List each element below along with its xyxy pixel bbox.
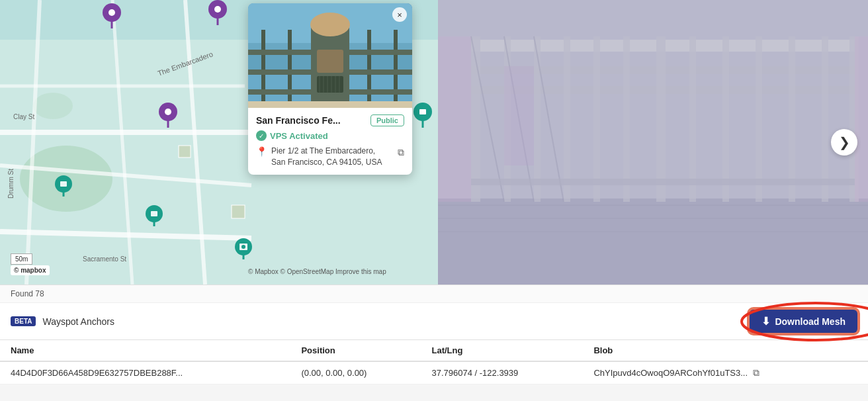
- vps-status-label: VPS Activated: [270, 131, 328, 141]
- popup-card: × San Francisco Fe... Public ✓ VPS Activ…: [248, 3, 412, 175]
- mesh-next-arrow[interactable]: ❯: [831, 129, 857, 156]
- mesh-3d-panel: ❯: [438, 0, 868, 285]
- download-icon: ⬇: [761, 315, 770, 328]
- svg-point-21: [165, 109, 171, 115]
- wayspot-section-title: Wayspot Anchors: [42, 316, 114, 327]
- svg-rect-25: [60, 181, 67, 187]
- svg-rect-37: [261, 30, 265, 108]
- map-pin-teal-1[interactable]: [413, 103, 432, 130]
- svg-rect-67: [623, 36, 630, 202]
- cell-name: 44D4D0F3D66A458D9E632757DBEB288F...: [0, 361, 290, 384]
- address-text: Pier 1/2 at The Embarcadero, San Francis…: [271, 146, 394, 168]
- svg-point-19: [214, 6, 221, 13]
- col-header-position: Position: [290, 340, 421, 361]
- svg-rect-14: [179, 146, 191, 157]
- svg-point-17: [108, 9, 115, 16]
- svg-rect-70: [722, 36, 729, 202]
- cell-latlng: 37.796074 / -122.3939: [421, 361, 583, 384]
- svg-text:The Embarcadero: The Embarcadero: [157, 50, 214, 77]
- mapbox-logo: © mapbox: [11, 265, 50, 275]
- mesh-3d-view: [438, 0, 868, 285]
- public-badge: Public: [370, 114, 404, 126]
- popup-image: ×: [248, 3, 412, 108]
- svg-rect-15: [232, 205, 245, 218]
- cell-blob: ChYIpuvd4cOwoqO9ARCohYf01uTS3... ⧉: [583, 361, 868, 384]
- svg-rect-73: [822, 36, 828, 202]
- svg-rect-64: [534, 36, 541, 202]
- location-pin-icon: 📍: [256, 146, 267, 157]
- map-pin-3[interactable]: [159, 103, 177, 130]
- wayspot-header: BETA Wayspot Anchors ⬇ Download Mesh: [0, 303, 868, 340]
- map-pin-teal-2[interactable]: [55, 175, 72, 199]
- copy-address-icon[interactable]: ⧉: [398, 147, 404, 158]
- map-attribution: © Mapbox © OpenStreetMap Improve this ma…: [248, 268, 386, 275]
- bottom-section: Found 78 BETA Wayspot Anchors ⬇ Download…: [0, 285, 868, 384]
- mesh-3d-svg: [438, 0, 868, 285]
- svg-rect-38: [288, 30, 292, 108]
- svg-line-6: [26, 0, 40, 285]
- svg-rect-78: [471, 179, 855, 185]
- map-pin-1[interactable]: [103, 3, 121, 31]
- col-header-latlng: Lat/Lng: [421, 340, 583, 361]
- found-count-text: Found 78: [11, 289, 44, 298]
- svg-text:Drumm St: Drumm St: [7, 169, 15, 199]
- found-count-bar: Found 78: [0, 285, 868, 303]
- svg-point-47: [310, 13, 350, 36]
- address-row: 📍 Pier 1/2 at The Embarcadero, San Franc…: [256, 146, 404, 168]
- vps-row: ✓ VPS Activated: [256, 130, 404, 141]
- map-pin-2[interactable]: [208, 0, 227, 28]
- svg-line-7: [112, 0, 132, 285]
- wayspot-header-wrapper: BETA Wayspot Anchors ⬇ Download Mesh: [0, 303, 868, 340]
- svg-rect-65: [564, 36, 570, 202]
- svg-text:Sacramento St: Sacramento St: [83, 255, 126, 263]
- col-header-name: Name: [0, 340, 290, 361]
- anchors-table: Name Position Lat/Lng Blob 44D4D0F3D66A4…: [0, 340, 868, 384]
- svg-rect-69: [689, 36, 696, 202]
- svg-rect-27: [151, 211, 157, 216]
- scale-bar: 50m: [11, 253, 32, 265]
- svg-rect-48: [317, 50, 343, 73]
- svg-rect-41: [367, 30, 371, 108]
- vps-check-icon: ✓: [256, 130, 267, 141]
- download-mesh-button[interactable]: ⬇ Download Mesh: [750, 310, 857, 333]
- cell-position: (0.00, 0.00, 0.00): [290, 361, 421, 384]
- wayspot-left: BETA Wayspot Anchors: [11, 316, 114, 327]
- download-mesh-wrapper: ⬇ Download Mesh: [750, 310, 857, 333]
- svg-rect-23: [419, 109, 426, 114]
- col-header-blob: Blob: [583, 340, 868, 361]
- popup-photo-svg: [248, 3, 412, 108]
- svg-text:Clay St: Clay St: [13, 113, 34, 120]
- svg-line-8: [185, 0, 205, 285]
- svg-rect-72: [789, 36, 795, 202]
- svg-point-33: [241, 245, 245, 249]
- svg-point-2: [33, 93, 73, 119]
- svg-rect-71: [756, 36, 762, 202]
- svg-rect-82: [438, 36, 471, 202]
- popup-title: San Francisco Fe...: [256, 115, 365, 126]
- popup-title-row: San Francisco Fe... Public: [256, 114, 404, 126]
- map-pin-photo-2[interactable]: [235, 238, 252, 262]
- popup-close-button[interactable]: ×: [392, 7, 407, 22]
- beta-badge: BETA: [11, 316, 36, 326]
- svg-rect-83: [504, 66, 534, 165]
- svg-rect-58: [438, 199, 868, 285]
- map-pin-teal-3[interactable]: [146, 205, 163, 229]
- svg-rect-42: [394, 30, 398, 108]
- copy-blob-button[interactable]: ⧉: [750, 367, 762, 379]
- table-row: 44D4D0F3D66A458D9E632757DBEB288F... (0.0…: [0, 361, 868, 384]
- popup-body: San Francisco Fe... Public ✓ VPS Activat…: [248, 108, 412, 175]
- svg-line-5: [0, 232, 251, 238]
- table-header-row: Name Position Lat/Lng Blob: [0, 340, 868, 361]
- svg-rect-56: [248, 101, 412, 108]
- svg-rect-84: [855, 36, 868, 202]
- svg-rect-68: [656, 36, 666, 202]
- map-container[interactable]: The Embarcadero Drumm St Sacramento St C…: [0, 0, 868, 285]
- svg-rect-66: [593, 36, 600, 202]
